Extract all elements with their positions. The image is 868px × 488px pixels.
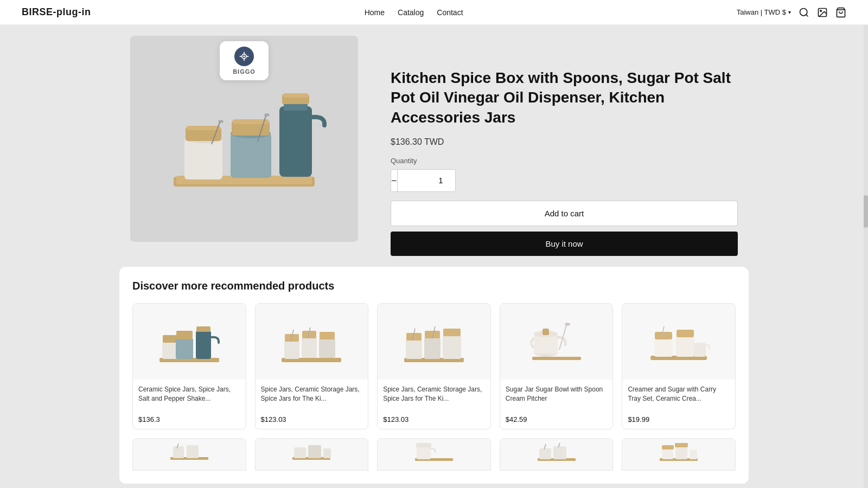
svg-rect-47 (406, 339, 422, 359)
quantity-control: − + (391, 169, 456, 192)
card-body-4: Sugar Jar Sugar Bowl with Spoon Cream Pi… (500, 380, 613, 429)
nav-catalog[interactable]: Catalog (398, 8, 424, 17)
svg-rect-67 (694, 343, 706, 357)
card-body-1: Ceramic Spice Jars, Spice Jars, Salt and… (133, 380, 246, 429)
buy-it-now-button[interactable]: Buy it now (391, 232, 738, 256)
card-image-2 (256, 304, 368, 380)
svg-point-19 (218, 120, 224, 123)
card-price-3: $123.03 (383, 415, 485, 423)
card-name-1: Ceramic Spice Jars, Spice Jars, Salt and… (138, 385, 240, 412)
svg-rect-79 (416, 443, 431, 447)
recommended-section: Discover more recommended products Ceram… (119, 267, 749, 484)
svg-rect-82 (553, 446, 566, 459)
svg-point-61 (565, 323, 570, 326)
card-body-3: Spice Jars, Ceramic Storage Jars, Spice … (378, 380, 490, 429)
svg-rect-32 (163, 335, 178, 343)
main-nav: Home Catalog Contact (365, 8, 463, 17)
card-name-3: Spice Jars, Ceramic Storage Jars, Spice … (383, 385, 485, 412)
card-image-5 (622, 304, 735, 380)
svg-rect-34 (176, 331, 193, 339)
site-logo[interactable]: BIRSE-plug-in (22, 7, 91, 18)
add-to-cart-button[interactable]: Add to cart (391, 201, 738, 226)
quantity-input[interactable] (397, 170, 456, 191)
search-icon (799, 7, 809, 18)
svg-line-1 (806, 14, 808, 16)
svg-rect-63 (654, 338, 673, 357)
product-card-1[interactable]: Ceramic Spice Jars, Spice Jars, Salt and… (132, 303, 246, 429)
card-name-5: Creamer and Sugar with Carry Tray Set, C… (628, 385, 730, 412)
image-search-button[interactable] (817, 7, 828, 18)
product-card-partial-1[interactable] (132, 438, 246, 471)
card-name-4: Sugar Jar Sugar Bowl with Spoon Cream Pi… (506, 385, 608, 412)
product-card-3[interactable]: Spice Jars, Ceramic Storage Jars, Spice … (377, 303, 491, 429)
product-section: BIGGO (119, 25, 749, 256)
svg-rect-14 (184, 139, 222, 179)
svg-rect-59 (542, 329, 549, 335)
header: BIRSE-plug-in Home Catalog Contact Taiwa… (0, 0, 868, 25)
card-price-4: $42.59 (506, 415, 608, 423)
svg-rect-51 (443, 335, 461, 359)
svg-rect-89 (662, 445, 674, 450)
svg-rect-66 (676, 330, 694, 337)
card-partial-image-2 (256, 439, 368, 471)
card-body-2: Spice Jars, Ceramic Storage Jars, Spice … (256, 380, 368, 429)
card-name-2: Spice Jars, Ceramic Storage Jars, Spice … (261, 385, 363, 412)
svg-rect-78 (417, 446, 431, 459)
nav-home[interactable]: Home (365, 8, 385, 17)
svg-point-0 (800, 8, 807, 15)
image-icon (817, 7, 828, 18)
svg-rect-42 (319, 338, 335, 358)
card-partial-image-3 (378, 439, 490, 471)
card-partial-image-1 (133, 439, 246, 471)
chevron-down-icon: ▾ (788, 9, 791, 15)
svg-point-25 (264, 113, 270, 117)
svg-rect-64 (655, 332, 672, 339)
scrollbar[interactable] (864, 0, 868, 484)
card-price-5: $19.99 (628, 415, 730, 423)
products-grid: Ceramic Spice Jars, Spice Jars, Salt and… (132, 303, 736, 429)
partial-image-5 (657, 441, 700, 468)
card-image-1 (133, 304, 246, 380)
product-image-section: BIGGO (130, 36, 358, 256)
quantity-decrease-button[interactable]: − (391, 170, 397, 191)
product-card-partial-4[interactable] (500, 438, 614, 471)
svg-rect-26 (279, 106, 312, 177)
svg-rect-17 (187, 126, 220, 130)
svg-rect-52 (443, 329, 461, 336)
product-card-5[interactable]: Creamer and Sugar with Carry Tray Set, C… (622, 303, 736, 429)
partial-image-1 (168, 441, 211, 468)
currency-selector[interactable]: Taiwan | TWD $ ▾ (737, 8, 791, 16)
svg-rect-65 (676, 336, 694, 357)
cart-button[interactable] (835, 7, 846, 18)
svg-point-7 (243, 55, 245, 57)
product-card-partial-2[interactable] (255, 438, 369, 471)
product-card-partial-5[interactable] (622, 438, 736, 471)
currency-label: Taiwan | TWD $ (737, 8, 786, 16)
search-button[interactable] (799, 7, 809, 18)
card-price-1: $136.3 (138, 415, 240, 423)
product-image (141, 57, 347, 220)
partial-image-3 (412, 441, 456, 468)
product-info: Kitchen Spice Box with Spoons, Sugar Pot… (391, 36, 738, 256)
nav-contact[interactable]: Contact (437, 8, 463, 17)
product-card-4[interactable]: Sugar Jar Sugar Bowl with Spoon Cream Pi… (500, 303, 614, 429)
card-product-image-1 (157, 314, 222, 369)
product-price: $136.30 TWD (391, 137, 738, 147)
card-product-image-4 (524, 314, 589, 369)
card-product-image-2 (279, 314, 344, 369)
product-card-partial-3[interactable] (377, 438, 491, 471)
partial-image-4 (535, 441, 578, 468)
svg-rect-55 (532, 357, 581, 360)
svg-rect-40 (302, 337, 317, 358)
product-card-2[interactable]: Spice Jars, Ceramic Storage Jars, Spice … (255, 303, 369, 429)
card-partial-image-5 (622, 439, 735, 471)
svg-rect-87 (675, 446, 687, 459)
svg-rect-74 (294, 447, 306, 458)
product-title: Kitchen Spice Box with Spoons, Sugar Pot… (391, 68, 738, 127)
svg-rect-20 (231, 133, 271, 178)
svg-rect-70 (173, 446, 184, 458)
recommended-title: Discover more recommended products (132, 280, 736, 292)
svg-rect-88 (690, 450, 697, 459)
svg-point-3 (820, 10, 822, 11)
scrollbar-thumb[interactable] (864, 195, 868, 228)
